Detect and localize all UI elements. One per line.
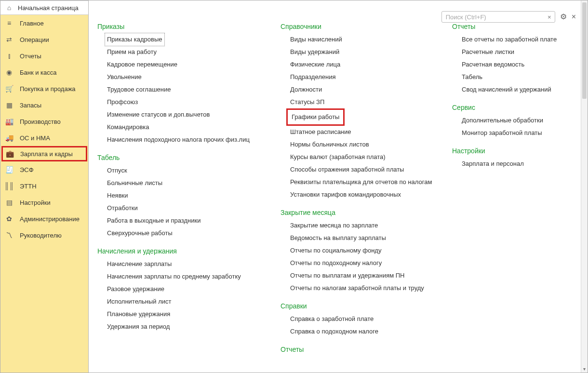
section: СправочникиВиды начисленийВиды удержаний… xyxy=(281,20,439,201)
menu-link[interactable]: Физические лица xyxy=(290,58,340,71)
menu-link[interactable]: Приказы кадровые xyxy=(106,34,163,45)
menu-link[interactable]: Трудовое соглашение xyxy=(107,83,171,96)
sidebar-item-assets[interactable]: 🚚ОС и НМА xyxy=(0,130,88,146)
menu-link[interactable]: Начисления подоходного налога прочих физ… xyxy=(107,133,250,146)
menu-link[interactable]: Увольнение xyxy=(107,71,142,83)
section-title: Табель xyxy=(97,151,267,164)
menu-link[interactable]: Исполнительный лист xyxy=(107,295,172,308)
menu-link[interactable]: Профсоюз xyxy=(107,96,138,108)
menu-link[interactable]: Монитор заработной платы xyxy=(462,127,542,139)
menu-link[interactable]: Способы отражения заработной платы xyxy=(290,163,404,176)
sidebar-item-sales[interactable]: 🛒Покупка и продажа xyxy=(0,80,88,97)
sidebar-item-manager[interactable]: 〽Руководителю xyxy=(0,227,88,243)
sidebar-item-label: Руководителю xyxy=(20,232,62,239)
menu-link[interactable]: Работа в выходные и праздники xyxy=(107,214,200,227)
menu-link[interactable]: Штатное расписание xyxy=(290,126,351,138)
menu-link[interactable]: Расчетные листки xyxy=(462,46,514,58)
section: Отчеты xyxy=(281,343,439,356)
sidebar-item-main-icon: ≡ xyxy=(5,19,13,27)
sidebar-item-reports[interactable]: ⫿Отчеты xyxy=(0,48,88,64)
menu-link[interactable]: Прием на работу xyxy=(107,46,157,58)
menu-link[interactable]: Начисления зарплаты по среднему заработк… xyxy=(107,270,241,283)
menu-link[interactable]: Закрытие месяца по зарплате xyxy=(290,219,378,232)
menu-link[interactable]: Установки тарифов командировочных xyxy=(290,188,401,201)
sidebar-item-label: Банк и касса xyxy=(20,69,57,76)
menu-link[interactable]: Табель xyxy=(462,71,482,83)
menu-link[interactable]: Статусы ЗП xyxy=(290,96,324,108)
menu-link[interactable]: Справка о подоходном налоге xyxy=(290,325,378,338)
menu-link[interactable]: Удержания за период xyxy=(107,320,170,333)
section-title: Настройки xyxy=(452,144,563,158)
sidebar-item-settings-icon: ▤ xyxy=(5,199,13,206)
menu-link[interactable]: Плановые удержания xyxy=(107,308,170,320)
sidebar-item-manager-icon: 〽 xyxy=(5,231,13,239)
sidebar-item-admin[interactable]: ✿Администрирование xyxy=(0,211,88,227)
menu-link[interactable]: Подразделения xyxy=(290,71,336,83)
sidebar-item-salary[interactable]: 💼Зарплата и кадры xyxy=(1,146,87,161)
menu-link[interactable]: Реквизиты плательщика для отчетов по нал… xyxy=(290,176,432,188)
menu-link[interactable]: Кадровое перемещение xyxy=(107,58,177,71)
sidebar-home[interactable]: ⌂ Начальная страница xyxy=(0,0,88,15)
menu-link[interactable]: Отчеты по социальному фонду xyxy=(290,244,381,257)
link-row: Начисление зарплаты xyxy=(97,258,267,270)
sidebar-item-production[interactable]: 🏭Производство xyxy=(0,113,88,130)
link-row: Зарплата и персонал xyxy=(452,158,563,170)
menu-link[interactable]: Дополнительные обработки xyxy=(462,114,543,127)
menu-link[interactable]: Отчеты по налогам заработной платы и тру… xyxy=(290,282,424,294)
menu-link[interactable]: Курсы валют (заработная плата) xyxy=(290,151,386,163)
menu-link[interactable]: Должности xyxy=(290,83,322,96)
sidebar-item-label: ЭТТН xyxy=(20,183,37,190)
link-row: Закрытие месяца по зарплате xyxy=(281,219,439,232)
link-row: Больничные листы xyxy=(97,177,267,189)
scrollbar-thumb[interactable] xyxy=(582,2,587,99)
home-label: Начальная страница xyxy=(18,4,79,12)
sidebar-item-label: Настройки xyxy=(20,199,51,206)
section: НастройкиЗарплата и персонал xyxy=(452,144,563,170)
section: СервисДополнительные обработкиМонитор за… xyxy=(452,101,563,139)
scrollbar-down-icon[interactable]: ▾ xyxy=(581,366,588,372)
link-row: Изменение статусов и доп.вычетов xyxy=(97,108,267,121)
sidebar-item-ettn[interactable]: ║║ЭТТН xyxy=(0,178,88,194)
menu-link[interactable]: Нормы больничных листов xyxy=(290,138,369,151)
sidebar-item-label: Запасы xyxy=(20,102,41,109)
menu-link[interactable]: Отпуск xyxy=(107,164,127,177)
link-row: Неявки xyxy=(97,189,267,202)
sidebar-item-esf[interactable]: 🧾ЭСФ xyxy=(0,161,88,178)
link-row: Отчеты по налогам заработной платы и тру… xyxy=(281,282,439,294)
sidebar-item-main[interactable]: ≡Главное xyxy=(0,15,88,31)
menu-link[interactable]: Ведомость на выплату зарплаты xyxy=(290,232,386,244)
menu-link[interactable]: Отчеты по подоходному налогу xyxy=(290,257,382,269)
link-row: Физические лица xyxy=(281,58,439,71)
menu-link[interactable]: Зарплата и персонал xyxy=(462,158,524,170)
link-row: Приказы кадровые xyxy=(97,33,267,46)
menu-link[interactable]: Больничные листы xyxy=(107,177,162,189)
menu-link[interactable]: Разовое удержание xyxy=(107,283,164,295)
menu-link[interactable]: Графики работы xyxy=(292,112,339,122)
menu-link[interactable]: Изменение статусов и доп.вычетов xyxy=(107,108,210,121)
sidebar-item-ettn-icon: ║║ xyxy=(5,182,13,190)
menu-link[interactable]: Начисление зарплаты xyxy=(107,258,172,270)
menu-link[interactable]: Отработки xyxy=(107,202,138,214)
menu-link[interactable]: Командировка xyxy=(107,121,149,133)
menu-link[interactable]: Справка о заработной плате xyxy=(290,313,374,325)
link-row: Ведомость на выплату зарплаты xyxy=(281,232,439,244)
sidebar-item-operations[interactable]: ⇄Операции xyxy=(0,31,88,48)
highlight-box: Графики работы xyxy=(286,108,345,126)
menu-link[interactable]: Виды удержаний xyxy=(290,46,339,58)
sidebar-item-settings[interactable]: ▤Настройки xyxy=(0,194,88,211)
scrollbar[interactable]: ▾ xyxy=(581,0,588,373)
menu-link[interactable]: Сверхурочные работы xyxy=(107,227,173,240)
sidebar-item-stock[interactable]: ▦Запасы xyxy=(0,97,88,113)
menu-link[interactable]: Виды начислений xyxy=(290,33,342,46)
link-row: Штатное расписание xyxy=(281,126,439,138)
link-row: Подразделения xyxy=(281,71,439,83)
section: СправкиСправка о заработной платеСправка… xyxy=(281,299,439,338)
menu-link[interactable]: Отчеты по выплатам и удержаниям ПН xyxy=(290,269,405,282)
sidebar-item-bank[interactable]: ◉Банк и касса xyxy=(0,64,88,80)
menu-link[interactable]: Неявки xyxy=(107,189,128,202)
sidebar-item-salary-icon: 💼 xyxy=(6,150,13,158)
menu-link[interactable]: Расчетная ведомость xyxy=(462,58,524,71)
menu-link[interactable]: Свод начислений и удержаний xyxy=(462,83,551,96)
link-row: Отчеты по социальному фонду xyxy=(281,244,439,257)
menu-link[interactable]: Все отчеты по заработной плате xyxy=(462,33,557,46)
